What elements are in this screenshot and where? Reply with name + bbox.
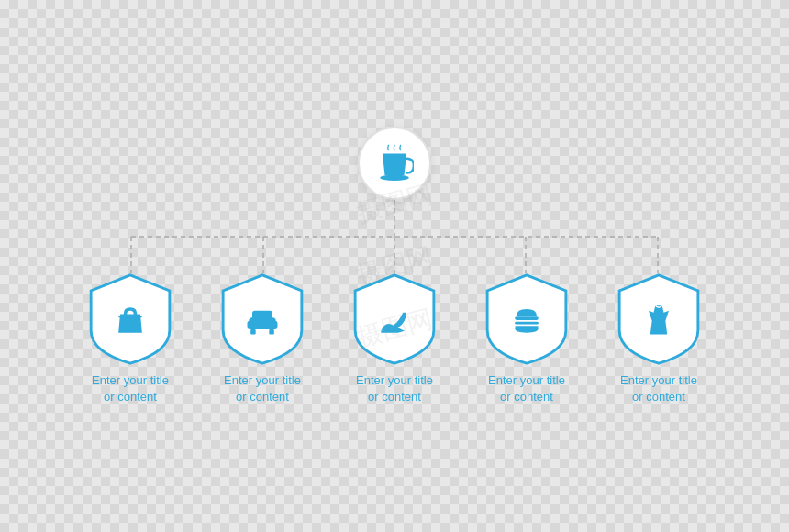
shield-label-5: Enter your title or content <box>620 372 697 405</box>
shield-3 <box>349 273 440 365</box>
shield-label-2: Enter your title or content <box>224 372 301 405</box>
shield-item-3: Enter your title or content <box>337 273 452 405</box>
shield-label-4: Enter your title or content <box>488 372 565 405</box>
infographic: Enter your title or content <box>46 127 743 405</box>
svg-rect-16 <box>515 322 539 325</box>
shield-2 <box>217 273 308 365</box>
svg-rect-14 <box>269 329 274 335</box>
shield-4 <box>481 273 572 365</box>
armchair-icon <box>242 299 283 339</box>
burger-icon <box>506 299 547 339</box>
shield-label-1: Enter your title or content <box>92 372 169 405</box>
coffee-cup-icon <box>375 144 414 183</box>
connector-lines <box>73 200 716 273</box>
svg-rect-15 <box>515 316 539 320</box>
svg-rect-10 <box>248 321 254 329</box>
svg-rect-17 <box>515 326 539 328</box>
shield-label-3: Enter your title or content <box>356 372 433 405</box>
shield-item-4: Enter your title or content <box>469 273 584 405</box>
shield-5 <box>613 273 705 365</box>
svg-rect-8 <box>118 316 142 317</box>
dress-icon <box>639 299 679 339</box>
shield-item-5: Enter your title or content <box>601 273 717 405</box>
shields-row: Enter your title or content <box>72 273 717 405</box>
handbag-icon <box>110 299 150 339</box>
top-icon-circle <box>358 127 431 200</box>
shield-1 <box>84 273 176 365</box>
shield-item-2: Enter your title or content <box>205 273 320 405</box>
high-heel-icon <box>374 299 415 339</box>
connector-svg <box>73 200 716 273</box>
shield-item-1: Enter your title or content <box>72 273 188 405</box>
svg-rect-11 <box>271 321 277 329</box>
svg-rect-13 <box>250 329 256 335</box>
svg-point-0 <box>380 174 409 181</box>
svg-rect-12 <box>252 311 272 321</box>
